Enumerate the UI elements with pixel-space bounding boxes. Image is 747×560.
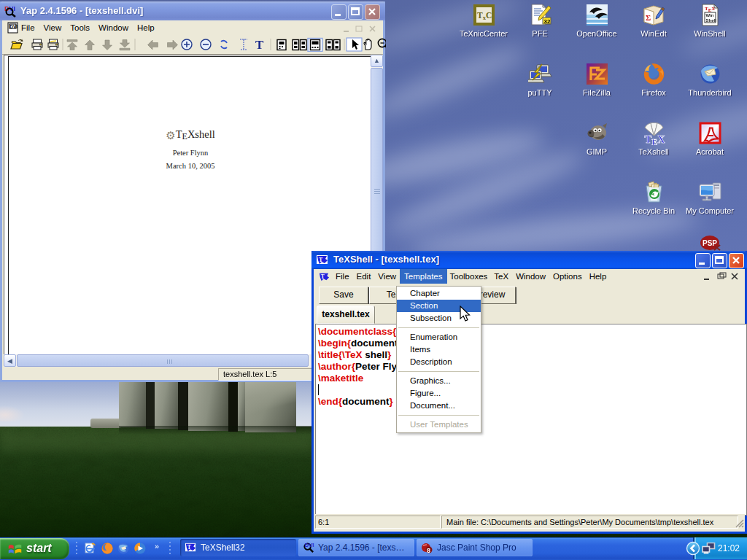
svg-text:Win: Win: [705, 13, 713, 18]
svg-text:Shell: Shell: [705, 18, 716, 23]
svg-text:T: T: [319, 257, 323, 263]
svg-text:T: T: [255, 38, 264, 52]
svg-text:Σ: Σ: [646, 13, 651, 22]
svg-text:DVI: DVI: [9, 24, 18, 29]
svg-text:8: 8: [427, 547, 430, 554]
svg-text:PSP: PSP: [703, 239, 717, 247]
svg-text:32: 32: [543, 18, 550, 25]
svg-text:DVI: DVI: [305, 542, 314, 548]
svg-text:T: T: [187, 544, 191, 551]
svg-text:T: T: [321, 273, 325, 280]
